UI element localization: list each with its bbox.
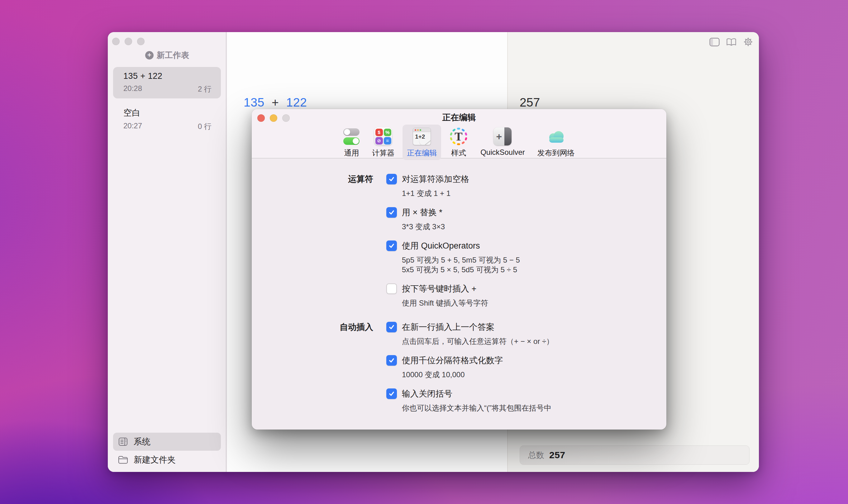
checkbox-insert-previous-answer[interactable] <box>386 322 397 332</box>
worksheet-line-count: 0 行 <box>198 122 212 131</box>
tab-calculator[interactable]: $ % ⊘ = 计算器 <box>367 125 399 160</box>
section-label: 运算符 <box>252 174 386 185</box>
preferences-content: 运算符 对运算符添加空格 1+1 变成 1 + 1 用 × 替换 * 3*3 变… <box>252 159 666 430</box>
sidebar-footer: 系统 新建文件夹 <box>113 433 221 469</box>
checkbox-quickoperators[interactable] <box>386 240 397 251</box>
worksheet-item[interactable]: 135 + 122 20:28 2 行 <box>113 67 221 98</box>
checkbox-label: 使用 QuickOperators <box>402 240 480 251</box>
section-label: 自动插入 <box>252 322 386 333</box>
tab-publish-web[interactable]: 发布到网络 <box>533 125 579 160</box>
pref-hint: 5x5 可视为 5 × 5, 5d5 可视为 5 ÷ 5 <box>402 265 666 274</box>
checkbox-label: 使用千位分隔符格式化数字 <box>402 355 503 366</box>
checkbox-equals-inserts-plus[interactable] <box>386 284 397 294</box>
pref-row: 按下等号键时插入 + <box>252 283 666 294</box>
publish-cloud-icon <box>546 127 566 146</box>
desktop-background: + 新工作表 135 + 122 20:28 2 行 空白 20:27 0 行 <box>0 0 848 504</box>
worksheet-list: 135 + 122 20:28 2 行 空白 20:27 0 行 <box>113 67 221 136</box>
total-bar: 总数 257 <box>520 446 750 465</box>
dialog-header: 正在编辑 通用 $ % <box>252 109 666 159</box>
tab-editing[interactable]: 1+2 正在编辑 <box>402 125 441 160</box>
calculator-icon: $ % ⊘ = <box>374 127 392 146</box>
checkbox-replace-asterisk[interactable] <box>386 207 397 218</box>
window-traffic-lights <box>112 38 145 45</box>
new-worksheet-button[interactable]: + 新工作表 <box>108 49 227 61</box>
sidebar-item-label: 系统 <box>134 436 150 447</box>
pref-row: 运算符 对运算符添加空格 <box>252 174 666 185</box>
worksheet-line-count: 2 行 <box>198 84 212 94</box>
pref-hint: 1+1 变成 1 + 1 <box>402 188 666 198</box>
checkbox-thousands-separator[interactable] <box>386 355 397 366</box>
answer-value: 257 <box>520 96 540 109</box>
total-label: 总数 <box>528 450 544 461</box>
pref-hint: 10000 变成 10,000 <box>402 370 666 379</box>
tab-quicksoulver[interactable]: + QuickSoulver <box>476 125 529 159</box>
editing-eraser-icon: 1+2 <box>413 127 431 146</box>
checkbox-label: 对运算符添加空格 <box>402 174 469 185</box>
expression-line: 135 + 122 <box>243 96 307 109</box>
sidebar-item-label: 新建文件夹 <box>134 454 176 465</box>
pref-hint: 3*3 变成 3×3 <box>402 222 666 231</box>
pref-hint: 使用 Shift 键插入等号字符 <box>402 298 666 308</box>
checkbox-add-spaces[interactable] <box>386 174 397 184</box>
zoom-button[interactable] <box>137 38 145 45</box>
folder-icon <box>118 455 128 465</box>
preferences-dialog: 正在编辑 通用 $ % <box>252 109 666 430</box>
minimize-button[interactable] <box>125 38 132 45</box>
worksheet-item[interactable]: 空白 20:27 0 行 <box>113 103 221 136</box>
new-worksheet-label: 新工作表 <box>157 50 189 61</box>
checkbox-label: 用 × 替换 * <box>402 207 443 218</box>
dialog-title: 正在编辑 <box>252 109 666 126</box>
checkbox-label: 输入关闭括号 <box>402 388 452 399</box>
worksheet-title: 135 + 122 <box>123 71 212 81</box>
pref-row: 自动插入 在新一行插入上一个答案 <box>252 322 666 333</box>
expression-number: 135 <box>243 96 265 109</box>
checkbox-label: 按下等号键时插入 + <box>402 283 476 294</box>
toggles-icon <box>343 127 360 146</box>
checkbox-label: 在新一行插入上一个答案 <box>402 322 494 333</box>
expression-number: 122 <box>286 96 307 109</box>
plus-icon: + <box>145 51 154 59</box>
pref-row: 输入关闭括号 <box>252 388 666 399</box>
sidebar-toggle-icon[interactable] <box>709 37 720 47</box>
worksheet-time: 20:28 <box>123 84 142 94</box>
worksheet-sidebar: + 新工作表 135 + 122 20:28 2 行 空白 20:27 0 行 <box>108 32 227 472</box>
pref-row: 使用 QuickOperators <box>252 240 666 251</box>
worksheet-title: 空白 <box>123 107 212 119</box>
notebook-icon <box>118 437 128 446</box>
tab-styles[interactable]: T 样式 <box>445 125 472 160</box>
checkbox-close-brackets[interactable] <box>386 389 397 399</box>
settings-gear-icon[interactable] <box>743 37 753 47</box>
pref-hint: 你也可以选择文本并输入“(”将其包围在括号中 <box>402 403 666 413</box>
worksheet-time: 20:27 <box>123 122 142 131</box>
pref-hint: 点击回车后，可输入任意运算符（+ − × or ÷） <box>402 337 666 346</box>
sidebar-item-new-folder[interactable]: 新建文件夹 <box>113 451 221 469</box>
styles-icon: T <box>449 127 468 146</box>
sidebar-item-system[interactable]: 系统 <box>113 433 221 451</box>
pref-hint: 5p5 可视为 5 + 5, 5m5 可视为 5 − 5 <box>402 255 666 265</box>
expression-operator: + <box>272 96 279 109</box>
pref-row: 用 × 替换 * <box>252 207 666 218</box>
total-value: 257 <box>549 450 565 461</box>
tab-general[interactable]: 通用 <box>339 125 364 160</box>
reference-book-icon[interactable] <box>726 37 737 47</box>
preferences-tab-bar: 通用 $ % ⊘ = 计算器 <box>252 125 666 158</box>
pref-row: 使用千位分隔符格式化数字 <box>252 355 666 366</box>
window-toolbar <box>709 37 753 47</box>
svg-text:T: T <box>454 130 462 143</box>
quicksoulver-icon: + <box>493 127 511 146</box>
close-button[interactable] <box>112 38 120 45</box>
